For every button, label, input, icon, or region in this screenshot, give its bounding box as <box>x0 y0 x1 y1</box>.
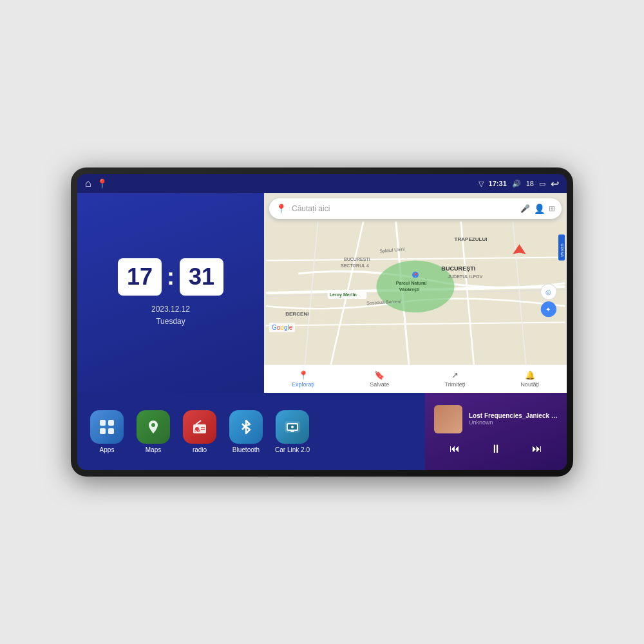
status-bar-right: ▽ 17:31 🔊 18 ▭ ↩ <box>478 178 559 190</box>
main-content: 17 : 31 2023.12.12 Tuesday 📍 Căutați aic… <box>77 193 567 470</box>
svg-rect-35 <box>108 428 114 434</box>
maps-pin-icon[interactable]: 📍 <box>97 178 108 189</box>
clock-hours: 17 <box>118 258 162 296</box>
back-icon[interactable]: ↩ <box>551 178 559 190</box>
carlink-label: Car Link 2.0 <box>275 446 310 453</box>
status-time: 17:31 <box>489 180 507 187</box>
send-icon: ↗ <box>451 370 459 380</box>
status-bar-left: ⌂ 📍 <box>85 178 108 189</box>
svg-rect-49 <box>290 431 294 432</box>
svg-line-38 <box>196 421 201 424</box>
map-nav-news-label: Noutăți <box>520 381 539 388</box>
map-nav-news[interactable]: 🔔 Noutăți <box>520 370 539 388</box>
home-icon[interactable]: ⌂ <box>85 178 91 189</box>
account-icon[interactable]: 👤 <box>534 204 545 214</box>
radio-icon: FM <box>183 410 216 444</box>
battery-number: 18 <box>526 180 534 187</box>
signal-icon: ▽ <box>478 180 484 188</box>
maps-label: Maps <box>146 446 161 453</box>
battery-icon: ▭ <box>539 180 545 188</box>
apps-grid: Apps Maps <box>77 393 425 470</box>
map-nav-saved-label: Salvate <box>370 381 389 388</box>
device-screen: ⌂ 📍 ▽ 17:31 🔊 18 ▭ ↩ 17 : <box>77 174 567 470</box>
svg-text:Leroy Merlin: Leroy Merlin <box>330 292 357 298</box>
svg-text:BUCUREȘTI: BUCUREȘTI <box>344 257 370 262</box>
carlink-icon <box>276 410 309 444</box>
svg-text:📍: 📍 <box>413 272 419 278</box>
radio-label: radio <box>193 446 207 453</box>
mic-icon[interactable]: 🎤 <box>520 204 530 213</box>
music-title: Lost Frequencies_Janieck Devy-... <box>469 412 558 419</box>
music-top: Lost Frequencies_Janieck Devy-... Unknow… <box>434 405 558 433</box>
explore-icon: 📍 <box>298 370 308 380</box>
map-widget: 📍 Căutați aici 🎤 👤 ⊞ <box>264 193 567 393</box>
map-nav-explora-label: Explorați <box>292 381 314 388</box>
map-nav-send[interactable]: ↗ Trimiteți <box>445 370 466 388</box>
volume-icon: 🔊 <box>512 180 521 188</box>
saved-icon: 🔖 <box>374 370 384 380</box>
top-section: 17 : 31 2023.12.12 Tuesday 📍 Căutați aic… <box>77 193 567 393</box>
music-info: Lost Frequencies_Janieck Devy-... Unknow… <box>469 412 558 426</box>
map-nav-explora[interactable]: 📍 Explorați <box>292 370 314 388</box>
clock-date: 2023.12.12 Tuesday <box>151 303 190 328</box>
map-search-placeholder: Căutați aici <box>292 204 515 213</box>
clock-display: 17 : 31 <box>118 258 223 296</box>
maps-icon <box>137 410 170 444</box>
map-nav-saved[interactable]: 🔖 Salvate <box>370 370 389 388</box>
next-button[interactable]: ⏭ <box>527 440 547 457</box>
svg-text:FM: FM <box>194 429 200 433</box>
clock-widget: 17 : 31 2023.12.12 Tuesday <box>77 193 264 393</box>
svg-text:✦: ✦ <box>545 306 551 313</box>
svg-text:JUDEȚUL ILFOV: JUDEȚUL ILFOV <box>448 274 482 279</box>
svg-text:BUCUREȘTI: BUCUREȘTI <box>441 265 475 272</box>
svg-rect-33 <box>108 420 114 426</box>
album-art <box>434 405 462 433</box>
map-search-bar[interactable]: 📍 Căutați aici 🎤 👤 ⊞ <box>269 198 562 219</box>
news-icon: 🔔 <box>525 370 535 380</box>
bottom-section: Apps Maps <box>77 393 567 470</box>
svg-text:BERCENI: BERCENI <box>285 311 308 317</box>
music-artist: Unknown <box>469 419 558 426</box>
clock-colon: : <box>167 263 175 290</box>
play-pause-button[interactable]: ⏸ <box>485 440 507 459</box>
status-bar: ⌂ 📍 ▽ 17:31 🔊 18 ▭ ↩ <box>77 174 567 193</box>
bluetooth-label: Bluetooth <box>232 446 260 453</box>
map-nav-send-label: Trimiteți <box>445 381 466 388</box>
map-svg: Parcul Natural Văcărești 📍 TRAPEZULUI BU… <box>264 222 567 365</box>
apps-label: Apps <box>100 446 115 453</box>
album-art-image <box>434 405 462 433</box>
app-item-radio[interactable]: FM radio <box>180 410 219 453</box>
music-controls: ⏮ ⏸ ⏭ <box>434 440 558 459</box>
svg-text:TRAPEZULUI: TRAPEZULUI <box>455 236 488 242</box>
svg-rect-34 <box>100 428 106 434</box>
app-item-carlink[interactable]: Car Link 2.0 <box>273 410 312 453</box>
google-logo: Google <box>269 323 295 332</box>
map-search-pin-icon: 📍 <box>276 204 287 214</box>
map-search-actions: 🎤 👤 ⊞ <box>520 204 555 214</box>
bluetooth-icon <box>229 410 263 444</box>
app-item-apps[interactable]: Apps <box>88 410 126 453</box>
app-item-bluetooth[interactable]: Bluetooth <box>227 410 265 453</box>
map-bottom-bar: 📍 Explorați 🔖 Salvate ↗ Trimiteți 🔔 <box>264 365 567 393</box>
svg-text:Văcărești: Văcărești <box>399 287 419 292</box>
grid-icon[interactable]: ⊞ <box>549 204 555 213</box>
prev-button[interactable]: ⏮ <box>444 440 465 457</box>
music-player: Lost Frequencies_Janieck Devy-... Unknow… <box>425 393 567 470</box>
svg-point-48 <box>291 426 294 428</box>
car-display-device: ⌂ 📍 ▽ 17:31 🔊 18 ▭ ↩ 17 : <box>71 167 573 477</box>
apps-icon <box>90 410 124 444</box>
svg-text:◎: ◎ <box>545 289 551 296</box>
svg-point-36 <box>151 423 155 427</box>
svg-text:Parcul Natural: Parcul Natural <box>396 281 427 285</box>
clock-minutes: 31 <box>180 258 223 296</box>
svg-text:SECTORUL 4: SECTORUL 4 <box>341 263 369 268</box>
svg-text:UZANA: UZANA <box>560 243 564 257</box>
map-content: Parcul Natural Văcărești 📍 TRAPEZULUI BU… <box>264 222 567 365</box>
app-item-maps[interactable]: Maps <box>134 410 173 453</box>
svg-rect-32 <box>100 420 106 426</box>
